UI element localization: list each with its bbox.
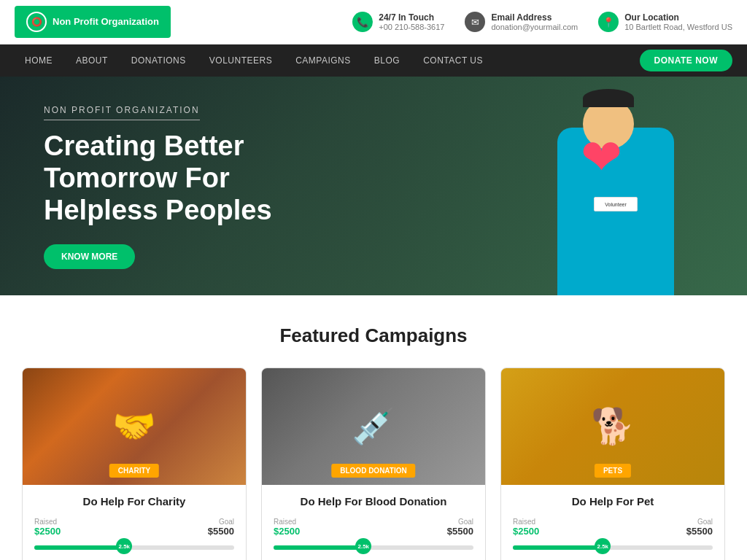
blood-title: Do Help For Blood Donation bbox=[274, 495, 473, 508]
blood-progress-row: Raised $2500 Goal $5500 bbox=[274, 518, 473, 537]
location-label: Our Location bbox=[624, 12, 732, 23]
charity-progress-row: Raised $2500 Goal $5500 bbox=[34, 518, 234, 537]
pets-progress: Raised $2500 Goal $5500 2.5k bbox=[513, 518, 713, 550]
blood-badge: BLOOD DONATION bbox=[331, 464, 415, 478]
hero-section: NON PROFIT ORGANIZATION Creating Better … bbox=[0, 77, 747, 295]
phone-icon: 📞 bbox=[352, 12, 373, 32]
contact-phone-info: 24/7 In Touch +00 210-588-3617 bbox=[379, 12, 444, 31]
charity-raised-label: Raised $2500 bbox=[34, 518, 61, 537]
pets-badge: PETS bbox=[595, 464, 631, 478]
nav-donate-button[interactable]: DONATE NOW bbox=[640, 50, 732, 71]
phone-value: +00 210-588-3617 bbox=[379, 23, 444, 31]
top-bar: ⭕ Non Profit Organization 📞 24/7 In Touc… bbox=[0, 0, 747, 44]
pets-title: Do Help For Pet bbox=[513, 495, 713, 508]
phone-label: 24/7 In Touch bbox=[379, 12, 444, 23]
hero-title: Creating Better Tomorrow For Helpless Pe… bbox=[44, 131, 336, 226]
charity-progress-bar: 2.5k bbox=[34, 545, 234, 550]
contact-phone: 📞 24/7 In Touch +00 210-588-3617 bbox=[352, 12, 444, 32]
contact-location: 📍 Our Location 10 Bartlett Road, Westfor… bbox=[598, 12, 732, 32]
contact-email-info: Email Address donation@yourmail.com bbox=[491, 12, 578, 31]
nav-links: HOME ABOUT DONATIONS VOLUNTEERS CAMPAIGN… bbox=[15, 44, 640, 77]
campaign-image-blood: BLOOD DONATION bbox=[262, 368, 485, 485]
campaigns-grid: CHARITY Do Help For Charity Raised $2500… bbox=[22, 368, 725, 560]
charity-progress: Raised $2500 Goal $5500 2.5k bbox=[34, 518, 234, 550]
pets-raised: Raised $2500 bbox=[513, 518, 539, 537]
blood-goal: Goal $5500 bbox=[447, 518, 473, 537]
charity-progress-fill bbox=[34, 545, 124, 550]
nav-contact[interactable]: CONTACT US bbox=[413, 44, 493, 77]
campaigns-section: Featured Campaigns CHARITY Do Help For C… bbox=[0, 295, 747, 560]
pets-progress-fill bbox=[513, 545, 603, 550]
email-icon: ✉ bbox=[465, 12, 485, 32]
logo[interactable]: ⭕ Non Profit Organization bbox=[15, 6, 171, 38]
nav-donations[interactable]: DONATIONS bbox=[121, 44, 196, 77]
nav-campaigns[interactable]: CAMPAIGNS bbox=[285, 44, 361, 77]
know-more-button[interactable]: KNOW MORE bbox=[44, 244, 135, 269]
hero-content: NON PROFIT ORGANIZATION Creating Better … bbox=[0, 103, 379, 268]
campaign-card-charity: CHARITY Do Help For Charity Raised $2500… bbox=[22, 368, 247, 560]
email-value: donation@yourmail.com bbox=[491, 23, 578, 31]
nav-about[interactable]: ABOUT bbox=[66, 44, 118, 77]
hero-person: ❤ Volunteer bbox=[514, 77, 718, 295]
blood-progress-marker: 2.5k bbox=[355, 538, 371, 554]
campaign-image-pets: PETS bbox=[501, 368, 724, 485]
contact-email: ✉ Email Address donation@yourmail.com bbox=[465, 12, 578, 32]
campaign-card-pets: PETS Do Help For Pet Raised $2500 Goal $… bbox=[500, 368, 725, 560]
blood-progress-bar: 2.5k bbox=[274, 545, 473, 550]
logo-text: Non Profit Organization bbox=[53, 16, 159, 28]
contact-items: 📞 24/7 In Touch +00 210-588-3617 ✉ Email… bbox=[352, 12, 732, 32]
logo-icon: ⭕ bbox=[26, 12, 47, 32]
location-value: 10 Bartlett Road, Westford US bbox=[624, 23, 732, 31]
campaign-image-charity: CHARITY bbox=[23, 368, 246, 485]
charity-progress-marker: 2.5k bbox=[116, 538, 132, 554]
navigation: HOME ABOUT DONATIONS VOLUNTEERS CAMPAIGN… bbox=[0, 44, 747, 77]
section-title: Featured Campaigns bbox=[22, 324, 725, 347]
blood-progress-fill bbox=[274, 545, 363, 550]
pets-card-body: Do Help For Pet Raised $2500 Goal $5500 bbox=[501, 485, 724, 560]
blood-raised: Raised $2500 bbox=[274, 518, 300, 537]
location-icon: 📍 bbox=[598, 12, 619, 32]
nav-blog[interactable]: BLOG bbox=[364, 44, 410, 77]
charity-badge: CHARITY bbox=[109, 464, 159, 478]
hero-subtitle: NON PROFIT ORGANIZATION bbox=[44, 105, 200, 120]
nav-volunteers[interactable]: VOLUNTEERS bbox=[199, 44, 282, 77]
charity-goal: Goal $5500 bbox=[208, 518, 234, 537]
blood-progress: Raised $2500 Goal $5500 2.5k bbox=[274, 518, 473, 550]
email-label: Email Address bbox=[491, 12, 578, 23]
pets-goal: Goal $5500 bbox=[686, 518, 713, 537]
pets-progress-marker: 2.5k bbox=[595, 538, 611, 554]
pets-progress-bar: 2.5k bbox=[513, 545, 713, 550]
blood-card-body: Do Help For Blood Donation Raised $2500 … bbox=[262, 485, 485, 560]
nav-home[interactable]: HOME bbox=[15, 44, 63, 77]
contact-location-info: Our Location 10 Bartlett Road, Westford … bbox=[624, 12, 732, 31]
campaign-card-blood: BLOOD DONATION Do Help For Blood Donatio… bbox=[261, 368, 486, 560]
charity-card-body: Do Help For Charity Raised $2500 Goal $5… bbox=[23, 485, 246, 560]
pets-progress-row: Raised $2500 Goal $5500 bbox=[513, 518, 713, 537]
charity-title: Do Help For Charity bbox=[34, 495, 234, 508]
